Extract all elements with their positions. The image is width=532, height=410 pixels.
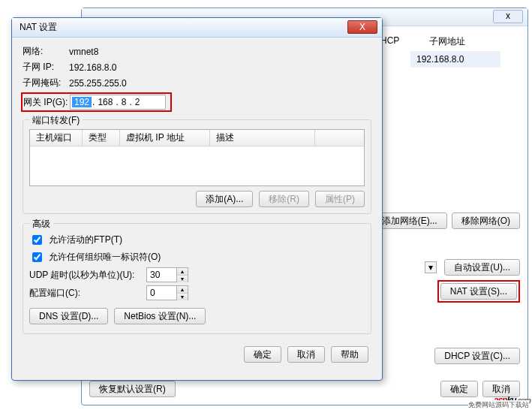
auto-settings-row: ▾ 自动设置(U)... [425,259,520,276]
port-properties-button[interactable]: 属性(P) [315,191,365,207]
config-spinner[interactable]: ▲▼ [176,286,188,300]
parent-close-button[interactable]: x [493,10,523,23]
dialog-titlebar: NAT 设置 X [12,18,382,38]
network-label: 网络: [23,45,69,58]
dialog-title: NAT 设置 [20,21,57,34]
port-forward-list[interactable]: 主机端口 类型 虚拟机 IP 地址 描述 [29,129,365,186]
dhcp-settings-button-wrapper: DHCP 设置(C)... [434,348,520,364]
advanced-group: 高级 允许活动的FTP(T) 允许任何组织唯一标识符(O) UDP 超时(以秒为… [23,223,371,334]
port-remove-button[interactable]: 移除(R) [259,191,309,207]
allow-active-ftp-checkbox[interactable] [32,235,42,245]
subnet-mask-label: 子网掩码: [23,77,69,89]
gateway-label: 网关 IP(G): [23,96,70,109]
config-port-input[interactable]: 0 ▲▼ [146,285,188,300]
port-forward-title: 端口转发(F) [29,114,83,127]
dialog-close-button[interactable]: X [347,20,377,34]
allow-any-oui-checkbox[interactable] [32,252,42,262]
subnet-value-cell: 192.168.8.0 [410,51,500,68]
config-port-label: 配置端口(C): [29,287,142,300]
add-network-button[interactable]: 添加网络(E)... [372,213,447,229]
col-header-subnet: 子网地址 [429,35,465,48]
gateway-ip-input[interactable]: 192 . 168 . 8 . 2 [70,95,166,110]
network-buttons: 添加网络(E)... 移除网络(O) [372,213,520,229]
col-vm-ip[interactable]: 虚拟机 IP 地址 [120,130,210,146]
dialog-body: 网络: vmnet8 子网 IP: 192.168.8.0 子网掩码: 255.… [12,38,382,370]
subnet-mask-value: 255.255.255.0 [69,78,127,89]
udp-timeout-input[interactable]: 30 ▲▼ [146,267,188,282]
subnet-ip-value: 192.168.8.0 [69,62,116,73]
nat-settings-dialog: NAT 设置 X 网络: vmnet8 子网 IP: 192.168.8.0 子… [11,17,383,381]
port-add-button[interactable]: 添加(A)... [196,191,253,207]
udp-timeout-label: UDP 超时(以秒为单位)(U): [29,269,142,282]
auto-settings-button[interactable]: 自动设置(U)... [444,259,520,276]
network-value: vmnet8 [69,47,98,57]
restore-default-button[interactable]: 恢复默认设置(R) [89,381,176,397]
watermark-subtitle: 免费网站源码下载站 [468,400,529,410]
ip-seg-3[interactable]: 8 [119,97,129,107]
parent-bottom-bar: 恢复默认设置(R) 确定 取消 [89,381,520,397]
remove-network-button[interactable]: 移除网络(O) [452,213,520,229]
col-host-port[interactable]: 主机端口 [30,130,83,146]
dialog-cancel-button[interactable]: 取消 [287,346,325,363]
dialog-help-button[interactable]: 帮助 [331,346,368,363]
dns-settings-button[interactable]: DNS 设置(D)... [29,308,108,324]
ip-seg-4[interactable]: 2 [133,97,143,107]
col-type[interactable]: 类型 [83,130,120,146]
dialog-bottom-buttons: 确定 取消 帮助 [23,346,371,363]
parent-ok-button[interactable]: 确定 [440,381,478,397]
dialog-ok-button[interactable]: 确定 [244,346,281,363]
gateway-highlight: 网关 IP(G): 192 . 168 . 8 . 2 [21,92,172,112]
subnet-ip-label: 子网 IP: [23,61,69,74]
ip-seg-1[interactable]: 192 [72,97,92,107]
dropdown-arrow-icon[interactable]: ▾ [425,261,437,273]
list-header: 主机端口 类型 虚拟机 IP 地址 描述 [30,130,364,146]
col-desc[interactable]: 描述 [210,130,315,146]
netbios-settings-button[interactable]: NetBios 设置(N)... [114,308,206,324]
dhcp-settings-button[interactable]: DHCP 设置(C)... [434,348,520,364]
port-forward-buttons: 添加(A)... 移除(R) 属性(P) [29,191,365,207]
port-forward-group: 端口转发(F) 主机端口 类型 虚拟机 IP 地址 描述 添加(A)... 移除… [23,119,371,214]
col-header-hcp: HCP [380,35,399,48]
udp-spinner[interactable]: ▲▼ [176,268,188,282]
nat-settings-button-wrapper: NAT 设置(S)... [437,280,520,303]
allow-active-ftp-label: 允许活动的FTP(T) [49,234,122,246]
ip-seg-2[interactable]: 168 [95,97,115,107]
nat-settings-button[interactable]: NAT 设置(S)... [440,283,517,300]
allow-any-oui-label: 允许任何组织唯一标识符(O) [49,251,161,264]
advanced-title: 高级 [29,218,53,231]
